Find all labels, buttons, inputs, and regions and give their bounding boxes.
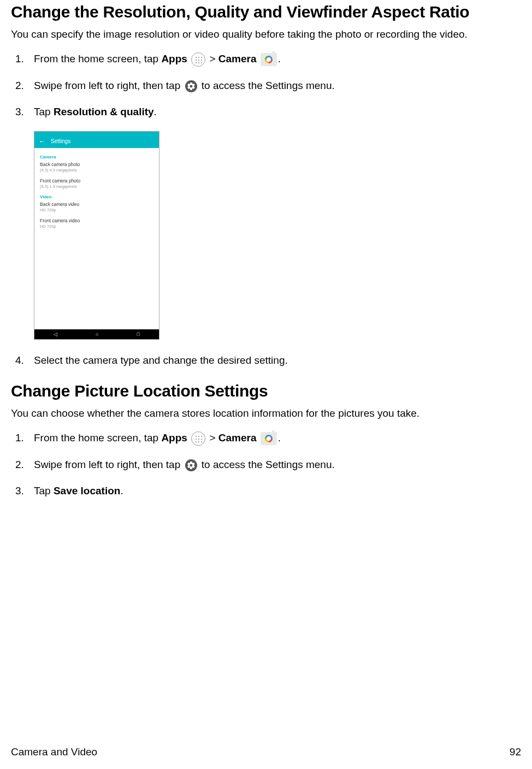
camera-icon xyxy=(261,53,277,66)
section-heading: Change the Resolution, Quality and Viewf… xyxy=(11,0,521,24)
step-3: 3. Tap Save location. xyxy=(34,483,521,499)
section-intro: You can specify the image resolution or … xyxy=(11,27,521,42)
steps-list-1b: 4. Select the camera type and change the… xyxy=(11,353,521,369)
section-intro: You can choose whether the camera stores… xyxy=(11,406,521,421)
back-arrow-icon: ← xyxy=(39,138,45,145)
camera-icon xyxy=(261,432,277,445)
step-1: 1. From the home screen, tap Apps > Came… xyxy=(34,430,521,446)
step-3: 3. Tap Resolution & quality. xyxy=(34,104,521,120)
svg-point-0 xyxy=(185,80,197,92)
steps-list-1: 1. From the home screen, tap Apps > Came… xyxy=(11,51,521,120)
gear-icon xyxy=(185,80,198,93)
step-2: 2. Swipe from left to right, then tap to… xyxy=(34,457,521,473)
apps-icon xyxy=(191,52,205,67)
page-number: 92 xyxy=(510,746,521,758)
steps-list-2: 1. From the home screen, tap Apps > Came… xyxy=(11,430,521,499)
apps-icon xyxy=(191,431,205,446)
step-1: 1. From the home screen, tap Apps > Came… xyxy=(34,51,521,67)
android-navbar: ◁○□ xyxy=(34,329,159,339)
footer-section: Camera and Video xyxy=(11,746,97,758)
svg-point-1 xyxy=(185,459,197,471)
gear-icon xyxy=(185,459,198,472)
step-4: 4. Select the camera type and change the… xyxy=(34,353,521,369)
page-footer: Camera and Video 92 xyxy=(11,746,521,758)
step-2: 2. Swipe from left to right, then tap to… xyxy=(34,78,521,94)
section-heading: Change Picture Location Settings xyxy=(11,379,521,403)
settings-screenshot: ←Settings Camera Back camera photo(4:3) … xyxy=(34,131,159,340)
